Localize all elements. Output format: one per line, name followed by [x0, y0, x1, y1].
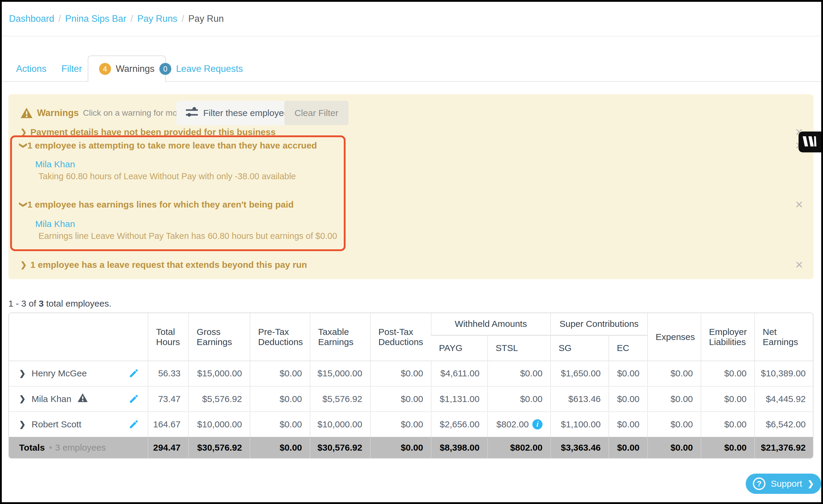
total-ec: $0.00 — [609, 437, 648, 458]
header-employer-liabilities: Employer Liabilities — [701, 313, 755, 361]
cell-post-tax-deductions: $0.00 — [370, 412, 431, 437]
summary-prefix: 1 - 3 of — [8, 298, 36, 308]
cell-taxable-earnings: $5,576.92 — [310, 386, 370, 412]
cell-taxable-earnings: $15,000.00 — [310, 361, 370, 386]
cell-total-hours: 56.33 — [148, 361, 189, 386]
cell-expenses: $0.00 — [648, 361, 701, 386]
warning-title: Payment details have not been provided f… — [30, 125, 276, 139]
cell-pre-tax-deductions: $0.00 — [250, 412, 310, 437]
warning-detail: Taking 60.80 hours of Leave Without Pay … — [38, 170, 296, 182]
header-net-earnings: Net Earnings — [755, 313, 813, 361]
info-icon[interactable]: i — [532, 419, 542, 430]
dismiss-warning-4-button[interactable]: ✕ — [793, 258, 805, 271]
header-expenses: Expenses — [648, 313, 701, 361]
table-row-robert-scott: ❯ Robert Scott 164.67 $10,000.00 $0.00 $… — [9, 412, 813, 437]
table-row-henry-mcgee: ❯ Henry McGee 56.33 $15,000.00 $0.00 $15… — [9, 361, 813, 386]
cell-post-tax-deductions: $0.00 — [370, 386, 431, 412]
cell-sg: $1,100.00 — [550, 412, 609, 437]
cell-pre-tax-deductions: $0.00 — [250, 361, 310, 386]
warning-earnings-lines[interactable]: ❯ 1 employee has earnings lines for whic… — [20, 198, 294, 211]
employee-link-mila-khan[interactable]: Mila Khan — [35, 158, 75, 170]
warning-leave-request-extends[interactable]: ❯ 1 employee has a leave request that ex… — [20, 258, 307, 271]
employee-link-mila-khan[interactable]: Mila Khan — [35, 218, 75, 230]
bullet-icon: • — [49, 443, 52, 452]
cell-sg: $1,650.00 — [550, 361, 609, 386]
tab-filter[interactable]: Filter — [61, 57, 82, 81]
tab-leave-requests[interactable]: 0 Leave Requests — [159, 57, 243, 81]
warning-title: 1 employee has a leave request that exte… — [30, 258, 307, 271]
header-gross-earnings: Gross Earnings — [189, 313, 250, 361]
header-post-tax-deductions: Post-Tax Deductions — [370, 313, 431, 361]
edit-pencil-icon[interactable] — [129, 419, 139, 430]
cell-expenses: $0.00 — [648, 386, 701, 412]
warning-leave-accrual[interactable]: ❯ 1 employee is attempting to take more … — [20, 139, 317, 152]
tab-leave-requests-label: Leave Requests — [176, 63, 243, 74]
total-total-hours: 294.47 — [148, 437, 189, 458]
cell-gross-earnings: $5,576.92 — [189, 386, 250, 412]
total-payg: $8,398.00 — [431, 437, 488, 458]
cell-sg: $613.46 — [550, 386, 609, 412]
header-super-contributions: Super Contributions — [550, 313, 648, 335]
cell-payg: $2,656.00 — [431, 412, 488, 437]
employee-name: Mila Khan — [32, 394, 71, 404]
warning-title: 1 employee has earnings lines for which … — [27, 198, 294, 211]
header-payg: PAYG — [431, 335, 488, 361]
warnings-panel: Warnings Click on a warning for more det… — [8, 94, 813, 279]
cell-payg: $1,131.00 — [431, 386, 488, 412]
total-employer-liabilities: $0.00 — [701, 437, 755, 458]
tab-actions-label: Actions — [16, 63, 46, 74]
dismiss-warning-3-button[interactable]: ✕ — [793, 198, 805, 211]
expand-row-chevron-icon[interactable]: ❯ — [19, 420, 26, 429]
header-stsl: STSL — [488, 335, 550, 361]
warnings-panel-title: Warnings — [37, 108, 79, 118]
edit-pencil-icon[interactable] — [129, 368, 139, 379]
warning-detail: Earnings line Leave Without Pay Taken ha… — [38, 230, 337, 242]
employee-name-cell[interactable]: ❯ Mila Khan — [9, 386, 148, 412]
totals-label: Totals — [19, 443, 45, 452]
warning-payment-details[interactable]: ❯ Payment details have not been provided… — [20, 125, 276, 139]
stsl-value: $802.00 — [497, 419, 529, 430]
table-row-mila-khan: ❯ Mila Khan 73.47 $5,576.92 $0.00 — [9, 386, 813, 412]
total-pre-tax-deductions: $0.00 — [250, 437, 310, 458]
breadcrumb-pay-runs[interactable]: Pay Runs — [137, 13, 177, 24]
w-logo-icon — [802, 136, 816, 148]
employee-name-cell[interactable]: ❯ Robert Scott — [9, 412, 148, 437]
filter-these-employees-button[interactable]: Filter these employees — [176, 101, 303, 125]
edit-pencil-icon[interactable] — [129, 394, 139, 404]
cell-total-hours: 73.47 — [148, 386, 189, 412]
support-button[interactable]: ? Support ❯ — [746, 474, 821, 494]
header-pre-tax-deductions: Pre-Tax Deductions — [250, 313, 310, 361]
tab-warnings[interactable]: 4 Warnings — [88, 55, 166, 82]
expand-row-chevron-icon[interactable]: ❯ — [19, 394, 26, 404]
total-gross-earnings: $30,576.92 — [189, 437, 250, 458]
cell-employer-liabilities: $0.00 — [701, 386, 755, 412]
cell-stsl: $802.00 i — [488, 412, 550, 437]
breadcrumb-business[interactable]: Pnina Sips Bar — [65, 13, 126, 24]
clear-filter-button[interactable]: Clear Filter — [284, 101, 348, 125]
chevron-down-icon: ❯ — [17, 201, 30, 208]
breadcrumb: Dashboard / Pnina Sips Bar / Pay Runs / … — [2, 2, 821, 36]
expand-row-chevron-icon[interactable]: ❯ — [19, 369, 26, 378]
row-warning-icon — [77, 393, 88, 405]
cell-employer-liabilities: $0.00 — [701, 361, 755, 386]
summary-suffix: total employees. — [46, 298, 111, 308]
total-sg: $3,363.46 — [550, 437, 609, 458]
header-taxable-earnings: Taxable Earnings — [310, 313, 370, 361]
total-net-earnings: $21,376.92 — [755, 437, 813, 458]
tab-filter-label: Filter — [61, 63, 82, 74]
cell-total-hours: 164.67 — [148, 412, 189, 437]
filter-these-employees-label: Filter these employees — [203, 108, 293, 118]
chevron-right-icon: ❯ — [808, 479, 814, 489]
cell-stsl: $0.00 — [488, 361, 550, 386]
tab-actions[interactable]: Actions — [16, 57, 46, 81]
total-expenses: $0.00 — [648, 437, 701, 458]
employee-name-cell[interactable]: ❯ Henry McGee — [9, 361, 148, 386]
warning-triangle-icon — [20, 107, 33, 119]
total-stsl: $802.00 — [488, 437, 550, 458]
cell-expenses: $0.00 — [648, 412, 701, 437]
breadcrumb-dashboard[interactable]: Dashboard — [9, 13, 54, 24]
watermark-side-tab[interactable] — [799, 132, 821, 153]
breadcrumb-separator: / — [181, 13, 184, 24]
total-taxable-earnings: $30,576.92 — [310, 437, 370, 458]
cell-ec: $0.00 — [609, 386, 648, 412]
